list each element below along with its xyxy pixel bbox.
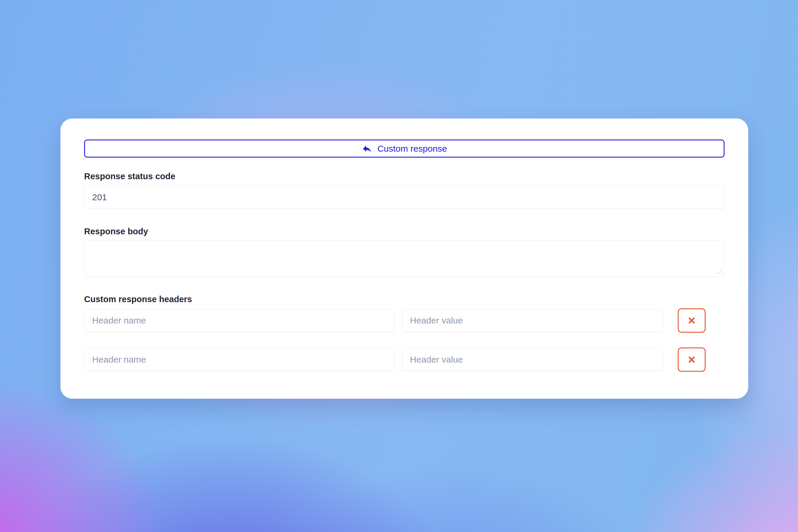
remove-header-button[interactable] [678, 308, 706, 332]
header-name-input[interactable] [84, 348, 395, 371]
reply-icon [362, 144, 372, 154]
header-row [84, 347, 724, 372]
header-value-input[interactable] [402, 309, 664, 332]
response-body-field [84, 241, 724, 277]
response-status-code-input[interactable] [84, 186, 724, 209]
response-body-textarea[interactable] [84, 241, 724, 277]
header-name-input[interactable] [84, 309, 395, 332]
custom-response-button[interactable]: Custom response [84, 139, 724, 157]
x-icon [687, 355, 697, 365]
header-value-input[interactable] [402, 348, 664, 371]
header-row [84, 308, 724, 332]
gradient-background: { "colors": { "accent_blue": "#2620d6", … [0, 0, 798, 532]
custom-response-button-label: Custom response [377, 144, 447, 154]
remove-header-button[interactable] [678, 347, 706, 372]
custom-response-headers-label: Custom response headers [84, 294, 724, 304]
x-icon [687, 316, 697, 325]
response-body-label: Response body [84, 226, 724, 237]
custom-response-card: Custom response Response status code Res… [60, 118, 748, 399]
response-status-code-label: Response status code [84, 171, 724, 182]
